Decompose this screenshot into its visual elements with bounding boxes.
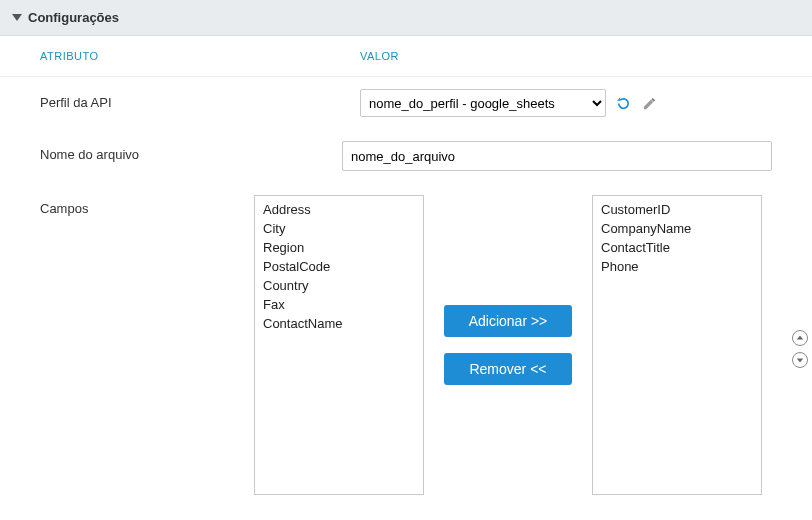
side-scroll-controls	[792, 330, 808, 368]
selected-fields-listbox[interactable]: CustomerIDCompanyNameContactTitlePhone	[592, 195, 762, 495]
list-item[interactable]: ContactTitle	[601, 238, 753, 257]
list-item[interactable]: CustomerID	[601, 200, 753, 219]
label-filename: Nome do arquivo	[40, 141, 342, 162]
collapse-triangle-icon	[12, 14, 22, 21]
column-header-value: VALOR	[360, 50, 812, 62]
section-header[interactable]: Configurações	[0, 0, 812, 36]
columns-header: ATRIBUTO VALOR	[0, 36, 812, 77]
list-item[interactable]: CompanyName	[601, 219, 753, 238]
list-item[interactable]: ContactName	[263, 314, 415, 333]
list-item[interactable]: City	[263, 219, 415, 238]
list-item[interactable]: Region	[263, 238, 415, 257]
label-api-profile: Perfil da API	[40, 89, 360, 110]
list-item[interactable]: PostalCode	[263, 257, 415, 276]
row-fields: Campos AddressCityRegionPostalCodeCountr…	[0, 183, 812, 507]
scroll-up-icon[interactable]	[792, 330, 808, 346]
list-item[interactable]: Phone	[601, 257, 753, 276]
list-item[interactable]: Address	[263, 200, 415, 219]
scroll-down-icon[interactable]	[792, 352, 808, 368]
refresh-icon[interactable]	[614, 94, 632, 112]
filename-input[interactable]	[342, 141, 772, 171]
row-api-profile: Perfil da API nome_do_perfil - google_sh…	[0, 77, 812, 129]
available-fields-listbox[interactable]: AddressCityRegionPostalCodeCountryFaxCon…	[254, 195, 424, 495]
row-filename: Nome do arquivo	[0, 129, 812, 183]
add-button[interactable]: Adicionar >>	[444, 305, 572, 337]
dual-listbox: AddressCityRegionPostalCodeCountryFaxCon…	[254, 195, 772, 495]
remove-button[interactable]: Remover <<	[444, 353, 572, 385]
list-item[interactable]: Fax	[263, 295, 415, 314]
section-title: Configurações	[28, 10, 119, 25]
api-profile-select[interactable]: nome_do_perfil - google_sheets	[360, 89, 606, 117]
label-fields: Campos	[40, 195, 254, 216]
column-header-attribute: ATRIBUTO	[40, 50, 360, 62]
edit-pencil-icon[interactable]	[640, 94, 658, 112]
transfer-buttons: Adicionar >> Remover <<	[444, 195, 572, 495]
list-item[interactable]: Country	[263, 276, 415, 295]
